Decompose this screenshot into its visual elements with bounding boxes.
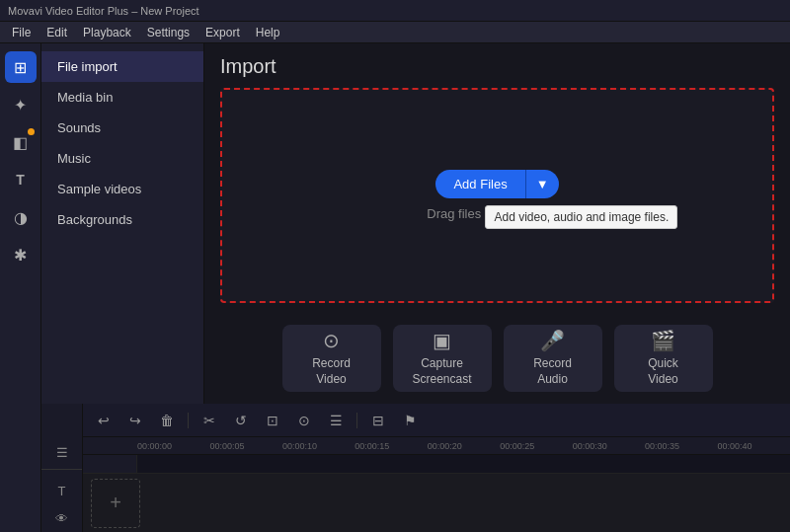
transitions-toolbar-btn[interactable]: ◧: [5, 126, 37, 158]
quick-video-icon: 🎬: [651, 329, 675, 352]
time-mark-35: 00:00:35: [645, 441, 717, 451]
record-audio-icon: 🎤: [540, 329, 565, 352]
time-mark-25: 00:00:25: [500, 441, 572, 451]
effects-toolbar-btn[interactable]: ✦: [5, 89, 37, 120]
menu-settings[interactable]: Settings: [139, 24, 198, 41]
time-ruler: 00:00:00 00:00:05 00:00:10 00:00:15 00:0…: [83, 437, 790, 455]
timeline-main: ↩ ↪ 🗑 ✂ ↺ ⊡ ⊙ ☰ ⊟ ⚑ 00:00:00: [83, 404, 790, 532]
record-audio-button[interactable]: 🎤 RecordAudio: [504, 325, 602, 392]
time-mark-20: 00:00:20: [428, 441, 500, 451]
sidebar-item-sample-videos[interactable]: Sample videos: [41, 174, 203, 204]
time-marks: 00:00:00 00:00:05 00:00:10 00:00:15 00:0…: [83, 441, 790, 451]
quick-video-button[interactable]: 🎬 QuickVideo: [614, 325, 713, 392]
delete-button[interactable]: 🗑: [154, 408, 180, 433]
menu-bar: File Edit Playback Settings Export Help: [0, 22, 790, 43]
menu-help[interactable]: Help: [248, 24, 288, 41]
time-mark-10: 00:00:10: [282, 441, 355, 451]
content-area: Import Add Files ▼ Add video, audio and …: [204, 43, 790, 404]
sidebar-item-file-import[interactable]: File import: [41, 51, 203, 82]
thumbnail-strip: +: [83, 473, 790, 532]
list-button[interactable]: ☰: [323, 408, 349, 433]
time-mark-15: 00:00:15: [355, 441, 427, 451]
import-section: Import Add Files ▼ Add video, audio and …: [204, 43, 790, 315]
left-toolbar: ⊞ ✦ ◧ T ◑ ✱: [0, 43, 41, 532]
sidebar: File import Media bin Sounds Music Sampl…: [41, 43, 204, 404]
menu-playback[interactable]: Playback: [75, 24, 139, 41]
filter-toolbar-btn[interactable]: ◑: [5, 201, 37, 233]
timeline: ☰ T 👁 ↩ ↪ 🗑 ✂ ↺ ⊡ ⊙ ☰: [41, 404, 790, 532]
main-layout: ⊞ ✦ ◧ T ◑ ✱ File import Media bin Sounds…: [0, 43, 790, 532]
redo-button[interactable]: ↪: [122, 408, 148, 433]
title-bar: Movavi Video Editor Plus – New Project: [0, 0, 790, 22]
record-video-button[interactable]: ⊙ RecordVideo: [282, 325, 381, 392]
time-mark-0: 00:00:00: [137, 441, 209, 451]
timeline-eye-btn[interactable]: 👁: [48, 507, 76, 529]
time-mark-5: 00:00:05: [209, 441, 281, 451]
drop-zone[interactable]: Add Files ▼ Add video, audio and image f…: [220, 88, 774, 303]
record-audio-label: RecordAudio: [533, 356, 572, 387]
rotate-button[interactable]: ↺: [228, 408, 254, 433]
menu-export[interactable]: Export: [198, 24, 248, 41]
sidebar-item-music[interactable]: Music: [41, 143, 203, 174]
import-toolbar-btn[interactable]: ⊞: [5, 51, 37, 83]
undo-button[interactable]: ↩: [91, 408, 117, 433]
capture-screencast-icon: ▣: [433, 329, 451, 352]
tools-toolbar-btn[interactable]: ✱: [5, 239, 37, 270]
time-mark-40: 00:00:40: [718, 441, 790, 451]
bottom-left-controls: ☰ T 👁: [41, 404, 83, 532]
timeline-menu-btn[interactable]: ☰: [48, 441, 76, 463]
sidebar-item-media-bin[interactable]: Media bin: [41, 82, 203, 113]
separator-2: [356, 413, 357, 428]
bottom-actions: ⊙ RecordVideo ▣ CaptureScreencast 🎤 Reco…: [204, 315, 790, 404]
timeline-toolbar: ↩ ↪ 🗑 ✂ ↺ ⊡ ⊙ ☰ ⊟ ⚑: [83, 404, 790, 437]
text-toolbar-btn[interactable]: T: [5, 164, 37, 195]
record-video-label: RecordVideo: [312, 356, 351, 387]
separator-1: [188, 413, 189, 428]
import-title: Import: [220, 55, 774, 78]
app-title: Movavi Video Editor Plus – New Project: [8, 5, 199, 17]
quick-video-label: QuickVideo: [648, 356, 678, 387]
flag-button[interactable]: ⚑: [397, 408, 423, 433]
menu-edit[interactable]: Edit: [39, 24, 75, 41]
track-labels: [83, 455, 137, 473]
sidebar-item-backgrounds[interactable]: Backgrounds: [41, 204, 203, 235]
sidebar-item-sounds[interactable]: Sounds: [41, 113, 203, 143]
capture-screencast-button[interactable]: ▣ CaptureScreencast: [393, 325, 492, 392]
cut-button[interactable]: ✂: [197, 408, 222, 433]
track-area-container: [83, 455, 790, 473]
add-files-button[interactable]: Add Files: [435, 170, 524, 198]
time-mark-30: 00:00:30: [573, 441, 645, 451]
crop-button[interactable]: ⊡: [260, 408, 285, 433]
menu-file[interactable]: File: [4, 24, 39, 41]
minus-button[interactable]: ⊟: [365, 408, 391, 433]
record-video-icon: ⊙: [323, 329, 340, 352]
capture-screencast-label: CaptureScreencast: [412, 356, 471, 387]
stabilize-button[interactable]: ⊙: [291, 408, 317, 433]
add-files-tooltip: Add video, audio and image files.: [485, 205, 677, 229]
track-area[interactable]: [137, 455, 790, 473]
add-files-dropdown-button[interactable]: ▼: [525, 170, 559, 198]
add-files-container: Add Files ▼ Add video, audio and image f…: [435, 170, 558, 198]
add-thumbnail-button[interactable]: +: [91, 479, 140, 528]
timeline-zoom-in-btn[interactable]: T: [48, 480, 76, 501]
